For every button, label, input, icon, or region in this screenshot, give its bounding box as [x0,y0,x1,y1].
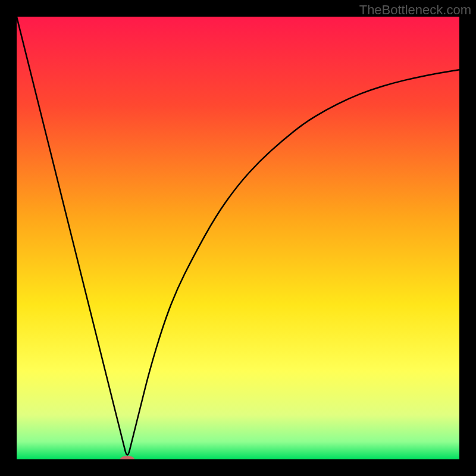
chart-container: TheBottleneck.com [0,0,476,476]
plot-area [17,17,459,459]
watermark-text: TheBottleneck.com [359,2,471,18]
chart-svg [17,17,459,459]
